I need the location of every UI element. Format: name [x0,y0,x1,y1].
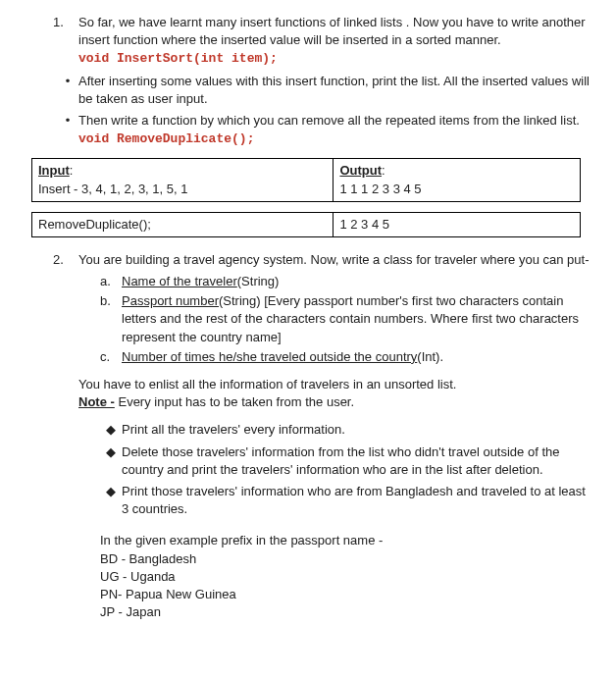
q1-bullet1: • After inserting some values with this … [57,73,594,108]
q2-para: You have to enlist all the information o… [78,376,594,411]
output-cell: 1 2 3 4 5 [334,212,581,236]
q2-d2-text: Delete those travelers' information from… [122,443,594,479]
abc-mark-c: c. [100,348,122,366]
q2-d1-text: Print all the travelers' every informati… [122,421,345,439]
prefix-jp: JP - Japan [100,603,594,621]
q1-bullet2-body: Then write a function by which you can r… [78,112,580,148]
prefix-bd: BD - Bangladesh [100,550,594,568]
io-table-2: RemoveDuplicate(); 1 2 3 4 5 [31,212,581,237]
q2-d2: ◆ Delete those travelers' information fr… [100,443,594,479]
q2-b-u: Passport number [122,293,219,308]
diamond-icon: ◆ [100,443,122,479]
prefix-intro: In the given example prefix in the passp… [100,532,594,549]
prefix-block: In the given example prefix in the passp… [100,532,594,621]
q1-body: So far, we have learnt many insert funct… [78,14,594,69]
q1-bullet1-text: After inserting some values with this in… [78,73,594,108]
q1-bullet2-text: Then write a function by which you can r… [78,113,580,128]
q2-number: 2. [53,251,78,269]
q2-sublist: a. Name of the traveler(String) b. Passp… [100,273,594,366]
table-row: Input: Insert - 3, 4, 1, 2, 3, 1, 5, 1 O… [32,159,581,201]
output-value: 1 1 1 2 3 3 4 5 [339,182,421,196]
q1-bullet2: • Then write a function by which you can… [57,112,594,148]
output-value: 1 2 3 4 5 [339,217,389,232]
q2-d3-text: Print those travelers' information who a… [122,483,594,518]
diamond-icon: ◆ [100,421,122,439]
abc-mark-a: a. [100,273,122,290]
q2-para1: You have to enlist all the information o… [78,377,456,391]
q2-a-rest: (String) [237,274,280,288]
q2-c-rest: (Int). [417,349,443,364]
input-value: RemoveDuplicate(); [38,217,151,232]
q2-intro: You are building a travel agency system.… [78,251,590,269]
q1-code1: void InsertSort(int item); [78,51,278,66]
bullet-icon: • [57,112,78,148]
output-cell: Output: 1 1 1 2 3 3 4 5 [334,159,581,201]
diamond-icon: ◆ [100,483,122,518]
q1-code2: void RemoveDuplicate(); [78,131,254,146]
q2-b: b. Passport number(String) [Every passpo… [100,292,594,346]
io-table-1: Input: Insert - 3, 4, 1, 2, 3, 1, 5, 1 O… [31,158,581,201]
q2-c-u: Number of times he/she traveled outside … [122,349,417,364]
q2-b-body: Passport number(String) [Every passport … [122,292,594,346]
note-label: Note - [78,394,115,409]
prefix-ug: UG - Uganda [100,568,594,586]
q2-c-body: Number of times he/she traveled outside … [122,348,443,366]
note-text: Every input has to be taken from the use… [115,394,354,409]
q2-c: c. Number of times he/she traveled outsi… [100,348,594,366]
table-row: RemoveDuplicate(); 1 2 3 4 5 [32,212,581,236]
q2-item: 2. You are building a travel agency syst… [53,251,594,269]
q2-d1: ◆ Print all the travelers' every informa… [100,421,594,439]
bullet-icon: • [57,73,78,108]
q2-a-u: Name of the traveler [122,274,237,288]
output-label: Output [339,163,382,178]
abc-mark-b: b. [100,292,122,346]
input-value: Insert - 3, 4, 1, 2, 3, 1, 5, 1 [38,182,187,196]
q1-item: 1. So far, we have learnt many insert fu… [53,14,594,69]
q1-intro: So far, we have learnt many insert funct… [78,15,586,47]
input-cell: RemoveDuplicate(); [32,212,334,236]
q2-d3: ◆ Print those travelers' information who… [100,483,594,518]
q2-a: a. Name of the traveler(String) [100,273,594,290]
q1-number: 1. [53,14,78,69]
input-cell: Input: Insert - 3, 4, 1, 2, 3, 1, 5, 1 [32,159,334,201]
input-label: Input [38,163,70,178]
prefix-pn: PN- Papua New Guinea [100,586,594,603]
q2-a-body: Name of the traveler(String) [122,273,279,290]
q2-diamond-list: ◆ Print all the travelers' every informa… [100,421,594,518]
